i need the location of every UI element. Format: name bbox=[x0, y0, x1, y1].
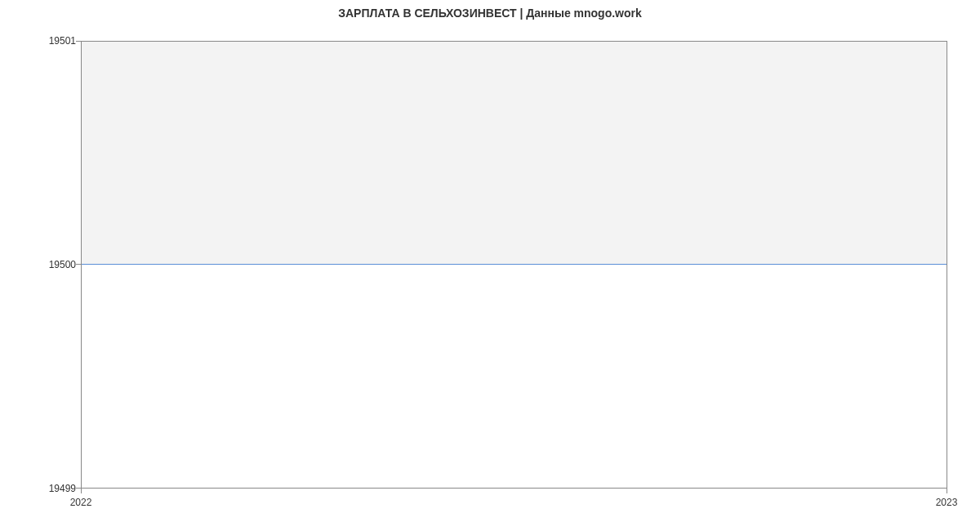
x-tick bbox=[947, 489, 947, 493]
chart-plot-area bbox=[81, 41, 947, 489]
area-fill bbox=[82, 42, 947, 265]
x-tick bbox=[81, 489, 82, 493]
x-axis-label: 2023 bbox=[936, 497, 958, 508]
y-axis-label: 19499 bbox=[49, 483, 76, 494]
data-line bbox=[82, 264, 947, 265]
y-tick bbox=[76, 41, 81, 42]
y-axis-label: 19501 bbox=[49, 35, 76, 47]
y-tick bbox=[76, 264, 81, 265]
y-axis-label: 19500 bbox=[49, 259, 76, 270]
x-axis-label: 2022 bbox=[70, 497, 92, 508]
chart-title: ЗАРПЛАТА В СЕЛЬХОЗИНВЕСТ | Данные mnogo.… bbox=[0, 0, 980, 20]
